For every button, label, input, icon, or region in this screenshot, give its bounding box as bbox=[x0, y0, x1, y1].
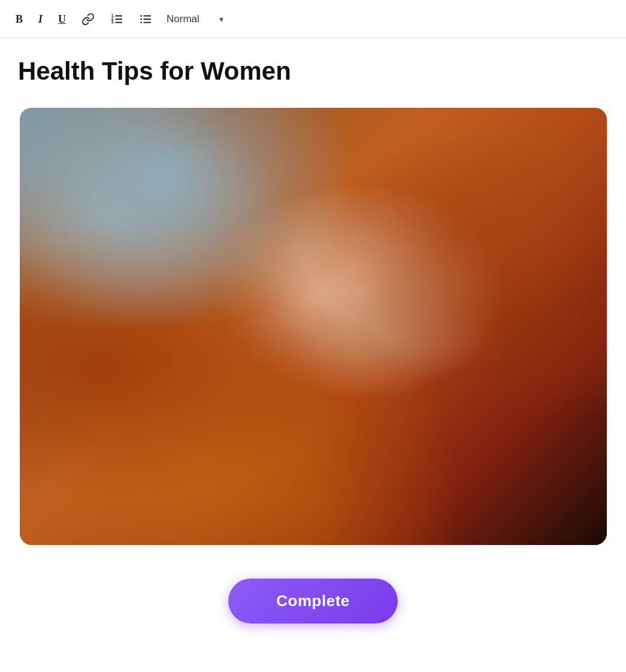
article-image-container bbox=[20, 108, 607, 545]
svg-point-10 bbox=[140, 18, 142, 20]
portrait-overlay bbox=[20, 108, 607, 545]
svg-point-11 bbox=[140, 22, 142, 23]
editor-toolbar: B I U 1. 2. 3. Normal bbox=[0, 0, 626, 38]
ordered-list-button[interactable]: 1. 2. 3. bbox=[107, 10, 127, 28]
svg-point-9 bbox=[140, 15, 142, 17]
complete-button-wrapper: Complete bbox=[0, 557, 626, 647]
ordered-list-icon: 1. 2. 3. bbox=[110, 13, 123, 26]
unordered-list-icon bbox=[139, 13, 152, 26]
unordered-list-button[interactable] bbox=[135, 10, 156, 28]
underline-button[interactable]: U bbox=[55, 11, 69, 27]
format-select-wrapper: Normal Heading 1 Heading 2 Heading 3 Par… bbox=[167, 13, 223, 25]
svg-text:3.: 3. bbox=[111, 20, 115, 24]
article-title: Health Tips for Women bbox=[18, 56, 608, 86]
article-image bbox=[20, 108, 607, 545]
chevron-down-icon: ▾ bbox=[219, 14, 223, 24]
complete-button[interactable]: Complete bbox=[228, 579, 398, 623]
format-select[interactable]: Normal Heading 1 Heading 2 Heading 3 Par… bbox=[167, 13, 217, 25]
link-button[interactable] bbox=[78, 10, 98, 28]
italic-button[interactable]: I bbox=[35, 11, 46, 27]
bold-button[interactable]: B bbox=[12, 11, 26, 27]
link-icon bbox=[81, 13, 95, 26]
editor-area: Health Tips for Women bbox=[0, 38, 626, 557]
